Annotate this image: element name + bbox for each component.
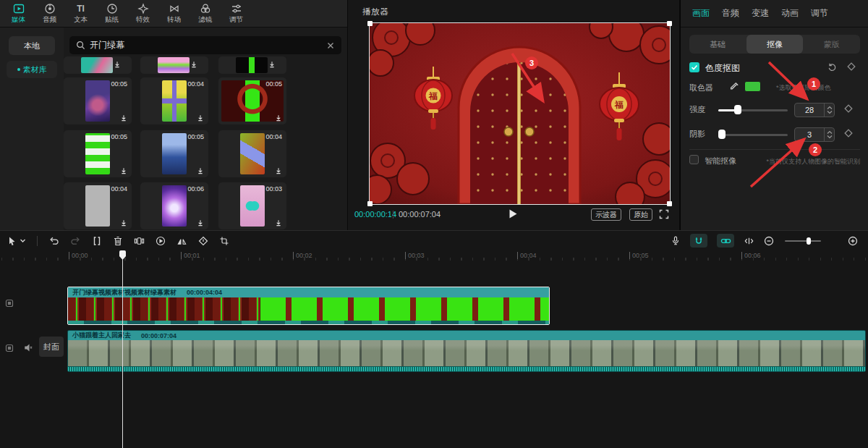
download-icon[interactable] xyxy=(196,114,205,122)
undo-button[interactable] xyxy=(48,235,59,246)
video-frame: 福 福 xyxy=(370,23,670,204)
download-icon[interactable] xyxy=(268,60,276,69)
download-icon[interactable] xyxy=(196,166,205,175)
mirror-button[interactable] xyxy=(176,236,187,246)
scope-button[interactable]: 示波器 xyxy=(591,208,621,221)
cover-button[interactable]: 封面 xyxy=(39,337,64,357)
timeline-zoom-handle[interactable] xyxy=(807,237,811,245)
original-button[interactable]: 原始 xyxy=(629,208,652,221)
timeline-clip-greenscreen[interactable]: 开门绿幕视频素材视频素材绿幕素材 00:00:04:04 xyxy=(67,287,550,325)
smart-keying-checkbox[interactable] xyxy=(689,155,699,164)
tab-transition[interactable]: 转场 xyxy=(158,3,190,25)
shadow-value-box[interactable]: 3 xyxy=(794,127,835,142)
record-mic-button[interactable] xyxy=(671,235,681,246)
keyframe-icon[interactable] xyxy=(847,62,856,71)
track2-toggle-icon[interactable] xyxy=(5,344,14,352)
download-icon[interactable] xyxy=(274,166,283,175)
chroma-key-checkbox[interactable] xyxy=(689,62,699,72)
media-item[interactable]: 00:04 xyxy=(218,130,286,177)
zoom-in-button[interactable] xyxy=(848,236,858,246)
shadow-slider[interactable] xyxy=(718,134,788,136)
picked-color-swatch[interactable] xyxy=(744,81,761,92)
download-icon[interactable] xyxy=(196,219,205,227)
strength-slider[interactable] xyxy=(718,109,788,111)
media-item[interactable]: 00:05 xyxy=(218,77,286,124)
freeze-frame-button[interactable] xyxy=(134,236,145,246)
selection-handle-bl[interactable] xyxy=(367,201,373,206)
download-icon[interactable] xyxy=(274,114,283,122)
select-tool-button[interactable] xyxy=(7,236,26,246)
download-icon[interactable] xyxy=(119,166,128,175)
subtab-keying[interactable]: 抠像 xyxy=(746,35,804,54)
play-button[interactable] xyxy=(509,208,518,219)
strength-stepper[interactable] xyxy=(824,103,834,117)
redo-button[interactable] xyxy=(70,235,81,246)
fullscreen-icon[interactable] xyxy=(659,209,669,219)
selection-handle-br[interactable] xyxy=(667,201,672,206)
track1-toggle-icon[interactable] xyxy=(5,299,14,308)
download-icon[interactable] xyxy=(274,219,283,227)
eyedropper-icon[interactable] xyxy=(729,82,739,92)
preview-axis-toggle[interactable] xyxy=(744,236,754,246)
shadow-keyframe-icon[interactable] xyxy=(844,129,853,138)
magnet-snap-toggle[interactable] xyxy=(690,234,707,248)
selection-handle-tr[interactable] xyxy=(667,21,672,26)
sidebar-item-library[interactable]: 素材库 xyxy=(7,61,57,78)
media-item[interactable] xyxy=(140,56,208,74)
delete-button[interactable] xyxy=(113,236,123,246)
tab-media[interactable]: 媒体 xyxy=(3,3,34,25)
strength-value-box[interactable]: 28 xyxy=(794,103,835,117)
sidebar-item-local[interactable]: 本地 xyxy=(9,36,55,55)
timeline-clip-cat-video[interactable]: 小猫跟着主人回家去 00:00:07:04 xyxy=(67,330,866,372)
tab-picture[interactable]: 画面 xyxy=(692,7,710,20)
tab-audio[interactable]: 音频 xyxy=(34,3,65,25)
crop-button[interactable] xyxy=(219,236,229,246)
zoom-out-button[interactable] xyxy=(764,236,774,246)
selection-handle-tl[interactable] xyxy=(367,21,373,26)
tab-filter[interactable]: 滤镜 xyxy=(190,3,221,25)
chroma-key-label: 色度抠图 xyxy=(705,62,740,75)
tab-speed[interactable]: 变速 xyxy=(752,7,769,20)
media-item[interactable] xyxy=(218,56,286,74)
subtab-mask[interactable]: 蒙版 xyxy=(803,35,860,54)
search-input[interactable]: 开门绿幕 xyxy=(69,36,341,54)
tab-animation[interactable]: 动画 xyxy=(781,7,799,20)
subtab-basic[interactable]: 基础 xyxy=(689,35,746,54)
media-sidebar: 本地 素材库 xyxy=(0,28,64,230)
video-preview[interactable]: 福 福 xyxy=(370,23,670,204)
download-icon[interactable] xyxy=(113,60,122,69)
timeline-ruler[interactable]: 00:00 00:01 00:02 00:03 00:04 00:05 00:0… xyxy=(0,250,868,262)
shadow-slider-handle[interactable] xyxy=(718,130,726,139)
download-icon[interactable] xyxy=(119,219,128,227)
strength-slider-handle[interactable] xyxy=(734,105,741,114)
clear-search-icon[interactable] xyxy=(326,41,335,50)
tab-audio-label: 音频 xyxy=(43,15,56,25)
tab-sticker[interactable]: 贴纸 xyxy=(96,3,127,25)
mute-speaker-icon[interactable] xyxy=(24,343,33,352)
media-item[interactable] xyxy=(64,56,132,74)
linkage-toggle[interactable] xyxy=(717,234,734,248)
playhead-line[interactable] xyxy=(122,250,123,448)
media-item[interactable]: 00:04 xyxy=(64,182,132,229)
tab-adjust[interactable]: 调节 xyxy=(221,3,252,25)
media-item[interactable]: 00:03 xyxy=(218,182,286,229)
tab-effects[interactable]: 特效 xyxy=(127,3,158,25)
media-item[interactable]: 00:06 xyxy=(140,182,208,229)
split-button[interactable] xyxy=(92,236,102,246)
media-item[interactable]: 00:05 xyxy=(140,130,208,177)
media-thumbnail xyxy=(158,57,190,73)
strength-keyframe-icon[interactable] xyxy=(844,104,853,113)
timeline-zoom-slider[interactable] xyxy=(785,240,821,242)
media-item[interactable]: 00:04 xyxy=(140,77,208,124)
rotate-button[interactable] xyxy=(198,236,208,246)
reset-icon[interactable] xyxy=(827,62,837,72)
tab-audio-insp[interactable]: 音频 xyxy=(722,7,739,20)
shadow-stepper[interactable] xyxy=(824,128,834,141)
media-item[interactable]: 00:05 xyxy=(64,130,132,177)
download-icon[interactable] xyxy=(119,114,128,122)
download-icon[interactable] xyxy=(190,60,198,69)
tab-adjust-insp[interactable]: 调节 xyxy=(811,7,828,20)
media-item[interactable]: 00:05 xyxy=(64,77,132,124)
tab-text[interactable]: TI 文本 xyxy=(65,3,96,25)
reverse-button[interactable] xyxy=(156,236,166,246)
